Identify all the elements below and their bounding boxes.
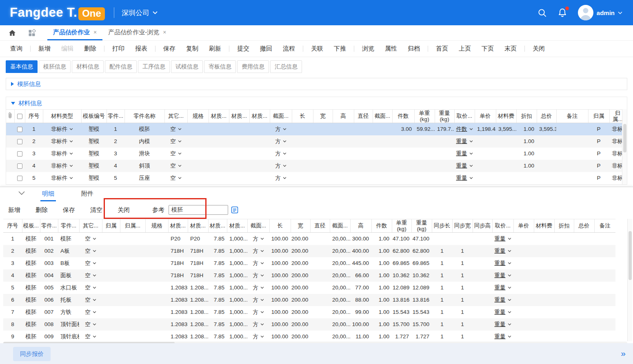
detail-tab[interactable]: 附件 (80, 187, 95, 201)
toolbar-item[interactable]: 刷新 (209, 45, 221, 53)
toolbar-item[interactable]: 查询 (10, 45, 22, 53)
tab-close-icon[interactable]: × (93, 29, 97, 35)
toolbar-item[interactable]: 首页 (436, 45, 448, 53)
table-row[interactable]: 5非标件塑模5压座空方重量P非标件 (6, 172, 626, 184)
detail-toolbar-item[interactable]: 清空 (90, 206, 102, 214)
toolbar-item[interactable]: 打印 (112, 45, 124, 53)
cell-material_type[interactable]: 非标件 (43, 148, 81, 160)
cell-section[interactable]: 方 (247, 318, 269, 331)
toolbar-item[interactable]: 复制 (186, 45, 198, 53)
scrollbar-thumb[interactable] (629, 231, 632, 280)
table-row[interactable]: 2非标件塑模2内模空方重量1.00P非标件 (6, 135, 626, 148)
cell-material_type[interactable]: 非标件 (43, 123, 81, 135)
toolbar-item[interactable]: 末页 (504, 45, 517, 53)
cell-price_mode[interactable]: 重量 (492, 294, 513, 306)
detail-toolbar-item[interactable]: 删除 (36, 206, 48, 214)
toolbar-item[interactable]: 保存 (163, 45, 175, 53)
cell-other[interactable]: 空 (79, 294, 102, 306)
cell-section[interactable]: 方 (270, 160, 292, 172)
cell-other[interactable]: 空 (79, 257, 102, 269)
apps-grid-icon[interactable] (28, 25, 36, 40)
cell-other[interactable]: 空 (79, 245, 102, 257)
cell-price_mode[interactable]: 件数 (454, 123, 475, 135)
collapse-panel-icon[interactable] (18, 191, 25, 195)
row-checkbox[interactable] (17, 163, 22, 169)
detail-tab[interactable]: 明细 (40, 187, 56, 201)
cell-price_mode[interactable]: 重量 (454, 148, 475, 160)
info-tab[interactable]: 配件信息 (105, 60, 137, 73)
table-row[interactable]: 2模胚002A板空718H718H7.851,000...方100.00200.… (3, 245, 615, 257)
cell-other[interactable]: 空 (164, 123, 187, 135)
table-row[interactable]: 8模胚008顶针面板空1.2083H1.208...7.851,000...方1… (3, 318, 615, 331)
cell-price_mode[interactable]: 重量 (454, 135, 475, 148)
toolbar-item[interactable]: 下页 (482, 45, 494, 53)
table-row[interactable]: 9模胚009顶针底板空1.2083H1.208...7.851,000...方1… (3, 331, 615, 342)
toolbar-item[interactable]: 属性 (385, 45, 397, 53)
reference-input[interactable] (169, 205, 228, 215)
cell-other[interactable]: 空 (79, 269, 102, 282)
detail-table-scrollbar[interactable] (627, 219, 632, 341)
cell-cb[interactable] (14, 135, 25, 148)
toolbar-item[interactable]: 上页 (459, 45, 471, 53)
cell-section[interactable]: 方 (270, 172, 292, 184)
table-row[interactable]: 3模胚003B板空718H718H7.851,000...方100.00200.… (3, 257, 615, 269)
cell-other[interactable]: 空 (79, 306, 102, 318)
cell-other[interactable]: 空 (79, 331, 102, 342)
table-row[interactable]: 4非标件塑模4斜顶空方重量1.00P非标件 (6, 160, 626, 172)
cell-price_mode[interactable]: 重量 (492, 318, 513, 331)
scrollbar-thumb[interactable] (623, 124, 626, 152)
select-all-checkbox[interactable] (17, 114, 22, 119)
toolbar-item[interactable]: 关联 (311, 45, 323, 53)
sync-quote-button[interactable]: 同步报价 (13, 347, 51, 361)
table-row[interactable]: 3非标件塑模3滑块空方重量1.00P非标件 (6, 148, 626, 160)
cell-material_type[interactable]: 非标件 (43, 160, 81, 172)
search-icon[interactable] (537, 8, 547, 18)
table-row[interactable]: 5模胚005水口板空1.2083H1.208...7.851,000...方10… (3, 282, 615, 294)
info-tab[interactable]: 试模信息 (171, 60, 203, 73)
cell-other[interactable]: 空 (164, 160, 187, 172)
cell-section[interactable]: 方 (247, 233, 269, 245)
info-tab[interactable]: 工序信息 (138, 60, 170, 73)
table-row[interactable]: 1模胚001模胚空P20P207.851,000...方100.00200.00… (3, 233, 615, 245)
row-checkbox[interactable] (17, 151, 22, 157)
cell-price_mode[interactable]: 重量 (492, 306, 513, 318)
info-tab[interactable]: 寄板信息 (204, 60, 236, 73)
toolbar-item[interactable]: 新增 (38, 45, 51, 53)
material-section-header[interactable]: 材料信息 (6, 97, 627, 109)
cell-cb[interactable] (14, 172, 25, 184)
expand-right-icon[interactable]: » (621, 349, 626, 357)
table-row[interactable]: 7模胚007方铁空1.2083H1.208...7.851,000...方100… (3, 306, 615, 318)
workspace-tab[interactable]: 产品估价作业× (47, 25, 102, 40)
cell-other[interactable]: 空 (79, 318, 102, 331)
tab-close-icon[interactable]: × (163, 29, 166, 35)
cell-price_mode[interactable]: 重量 (492, 269, 513, 282)
cell-other[interactable]: 空 (164, 172, 187, 184)
cell-price_mode[interactable]: 重量 (454, 160, 475, 172)
cell-material_type[interactable]: 非标件 (43, 172, 81, 184)
home-icon[interactable] (8, 25, 16, 40)
toolbar-item[interactable]: 撤回 (260, 45, 272, 53)
row-checkbox[interactable] (17, 139, 22, 144)
cell-cb[interactable] (14, 160, 25, 172)
detail-toolbar-item[interactable]: 保存 (63, 206, 75, 214)
cell-section[interactable]: 方 (247, 282, 269, 294)
table-row[interactable]: 4模胚004面板空718H718H7.851,000...方100.00200.… (3, 269, 615, 282)
toolbar-item[interactable]: 报表 (135, 45, 147, 53)
company-selector[interactable]: 深圳公司 (122, 8, 158, 18)
cell-section[interactable]: 方 (247, 257, 269, 269)
cell-section[interactable]: 方 (270, 148, 292, 160)
workspace-tab[interactable]: 产品估价作业-浏览× (102, 25, 172, 40)
toolbar-item[interactable]: 下推 (334, 45, 346, 53)
lookup-icon[interactable] (231, 206, 238, 214)
info-tab[interactable]: 费用信息 (237, 60, 269, 73)
user-menu[interactable]: admin (578, 5, 622, 20)
cell-cb[interactable] (14, 148, 25, 160)
info-tab[interactable]: 材料信息 (72, 60, 104, 73)
row-checkbox[interactable] (17, 176, 22, 181)
toolbar-item[interactable]: 关闭 (533, 45, 545, 53)
toolbar-item[interactable]: 删除 (84, 45, 96, 53)
cell-section[interactable]: 方 (270, 123, 292, 135)
section-moulding-info[interactable]: 模胚信息 (6, 78, 627, 90)
cell-other[interactable]: 空 (79, 282, 102, 294)
cell-price_mode[interactable]: 重量 (492, 282, 513, 294)
